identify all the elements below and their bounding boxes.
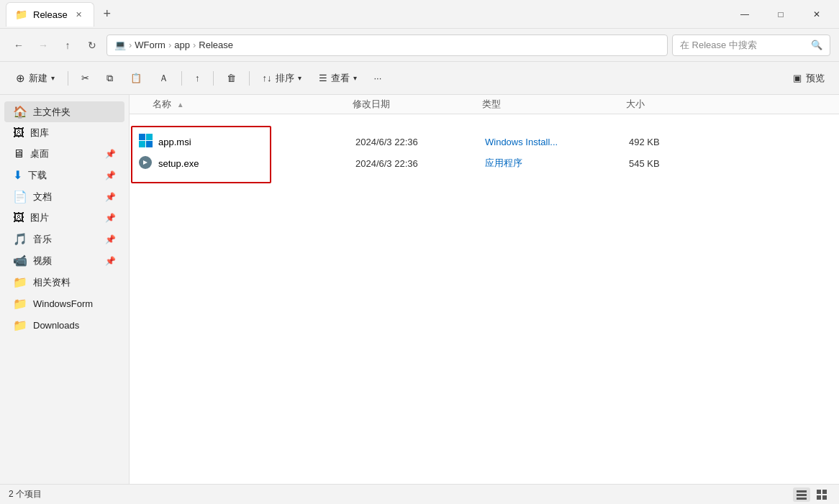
view-button[interactable]: ☰ 查看 ▾	[312, 68, 364, 89]
grid-view-button[interactable]	[813, 487, 830, 502]
more-button[interactable]: ···	[367, 68, 389, 89]
column-size[interactable]: 大小	[626, 98, 698, 111]
forward-button[interactable]: →	[33, 35, 53, 55]
tab-folder-icon: 📁	[15, 9, 27, 20]
tab-label: Release	[33, 9, 68, 20]
view-label: 查看	[331, 72, 350, 85]
maximize-button[interactable]: □	[764, 3, 797, 26]
status-bar: 2 个项目	[0, 484, 839, 504]
share-icon: ↑	[195, 73, 200, 83]
rename-icon: Ａ	[159, 72, 168, 85]
breadcrumb-bar[interactable]: 💻 › WForm › app › Release	[106, 35, 668, 56]
delete-icon: 🗑	[227, 73, 236, 83]
sidebar-item-related[interactable]: 📁 相关资料	[4, 272, 124, 293]
new-icon: ⊕	[16, 72, 25, 85]
music-icon: 🎵	[13, 232, 27, 246]
sort-dropdown-icon: ▾	[298, 74, 301, 82]
preview-label: 预览	[806, 72, 825, 85]
svg-rect-11	[822, 495, 827, 500]
sidebar-item-downloads-folder[interactable]: 📁 Downloads	[4, 315, 124, 336]
content-area: 名称 ▲ 修改日期 类型 大小	[130, 95, 839, 484]
item-count: 2 个项目	[9, 488, 42, 500]
share-button[interactable]: ↑	[188, 68, 207, 89]
file-row-setupexe[interactable]: setup.exe 2024/6/3 22:36 应用程序 545 KB	[132, 152, 836, 174]
search-icon: 🔍	[811, 40, 822, 50]
title-bar: 📁 Release ✕ + — □ ✕	[0, 0, 839, 29]
sidebar-label-downloads-folder: Downloads	[33, 320, 79, 331]
pin-icon-downloads: 📌	[105, 170, 116, 180]
cut-icon: ✂	[81, 73, 89, 83]
column-type[interactable]: 类型	[482, 98, 626, 111]
sidebar-item-desktop[interactable]: 🖥 桌面 📌	[4, 144, 124, 164]
pin-icon-desktop: 📌	[105, 149, 116, 159]
copy-icon: ⧉	[106, 73, 113, 84]
close-button[interactable]: ✕	[800, 3, 833, 26]
sidebar-label-videos: 视频	[33, 255, 52, 267]
sort-arrow-name: ▲	[177, 101, 184, 109]
svg-rect-7	[797, 498, 807, 500]
column-date[interactable]: 修改日期	[353, 98, 482, 111]
sidebar-label-pictures: 图片	[30, 211, 49, 224]
tab-close-button[interactable]: ✕	[73, 9, 85, 20]
file-date-appmsi: 2024/6/3 22:36	[355, 137, 485, 147]
delete-button[interactable]: 🗑	[219, 68, 243, 89]
toolbar-separator-3	[213, 71, 214, 86]
breadcrumb-app[interactable]: app	[174, 40, 190, 50]
window-controls: — □ ✕	[728, 3, 833, 26]
list-view-button[interactable]	[793, 487, 810, 502]
new-tab-button[interactable]: +	[97, 4, 117, 24]
rename-button[interactable]: Ａ	[152, 68, 176, 89]
file-type-setupexe: 应用程序	[485, 157, 629, 170]
sidebar-label-gallery: 图库	[30, 127, 49, 139]
videos-icon: 📹	[13, 254, 27, 267]
sidebar-label-related: 相关资料	[33, 276, 71, 289]
svg-rect-0	[139, 134, 145, 140]
toolbar-separator-4	[249, 71, 250, 86]
sidebar-item-home[interactable]: 🏠 主文件夹	[4, 101, 124, 122]
cut-button[interactable]: ✂	[74, 68, 96, 89]
gallery-icon: 🖼	[13, 127, 24, 139]
sidebar-label-desktop: 桌面	[30, 147, 49, 160]
sidebar-label-downloads: 下载	[28, 169, 47, 182]
copy-button[interactable]: ⧉	[99, 68, 120, 89]
svg-rect-10	[817, 495, 821, 500]
toolbar: ⊕ 新建 ▾ ✂ ⧉ 📋 Ａ ↑ 🗑 ↑↓ 排序 ▾ ☰ 查看 ▾ ··· ▣ …	[0, 62, 839, 95]
sidebar-item-downloads[interactable]: ⬇ 下载 📌	[4, 165, 124, 185]
column-name[interactable]: 名称 ▲	[130, 98, 353, 111]
preview-button[interactable]: ▣ 预览	[787, 69, 830, 88]
sidebar-item-videos[interactable]: 📹 视频 📌	[4, 250, 124, 271]
file-type-appmsi: Windows Install...	[485, 137, 629, 147]
column-type-label: 类型	[482, 98, 501, 109]
sidebar-item-gallery[interactable]: 🖼 图库	[4, 123, 124, 143]
breadcrumb-wform[interactable]: WForm	[135, 40, 165, 50]
tab-release[interactable]: 📁 Release ✕	[6, 2, 94, 27]
svg-rect-9	[822, 490, 827, 494]
svg-rect-8	[817, 490, 821, 494]
address-bar: ← → ↑ ↻ 💻 › WForm › app › Release 在 Rele…	[0, 29, 839, 62]
view-icon: ☰	[319, 73, 327, 83]
sidebar-item-documents[interactable]: 📄 文档 📌	[4, 186, 124, 207]
minimize-button[interactable]: —	[728, 3, 761, 26]
file-icon-appmsi	[138, 133, 153, 151]
pin-icon-documents: 📌	[105, 192, 116, 202]
sidebar-item-windowsform[interactable]: 📁 WindowsForm	[4, 293, 124, 314]
new-button[interactable]: ⊕ 新建 ▾	[9, 68, 62, 89]
more-icon: ···	[374, 73, 382, 83]
sidebar-label-documents: 文档	[33, 191, 52, 203]
breadcrumb-release[interactable]: Release	[199, 40, 233, 50]
back-button[interactable]: ←	[9, 35, 29, 55]
refresh-button[interactable]: ↻	[82, 35, 102, 55]
file-items-wrapper: app.msi 2024/6/3 22:36 Windows Install..…	[130, 114, 839, 180]
paste-button[interactable]: 📋	[123, 68, 149, 89]
preview-icon: ▣	[793, 73, 802, 83]
sidebar-item-music[interactable]: 🎵 音乐 📌	[4, 229, 124, 249]
sort-button[interactable]: ↑↓ 排序 ▾	[255, 68, 309, 89]
sidebar-item-pictures[interactable]: 🖼 图片 📌	[4, 208, 124, 228]
svg-rect-1	[146, 134, 153, 140]
file-row-appmsi[interactable]: app.msi 2024/6/3 22:36 Windows Install..…	[132, 131, 836, 152]
column-date-label: 修改日期	[353, 98, 390, 109]
file-size-appmsi: 492 KB	[629, 137, 701, 147]
search-bar[interactable]: 在 Release 中搜索 🔍	[672, 35, 830, 56]
svg-rect-3	[146, 141, 153, 147]
up-button[interactable]: ↑	[58, 35, 78, 55]
